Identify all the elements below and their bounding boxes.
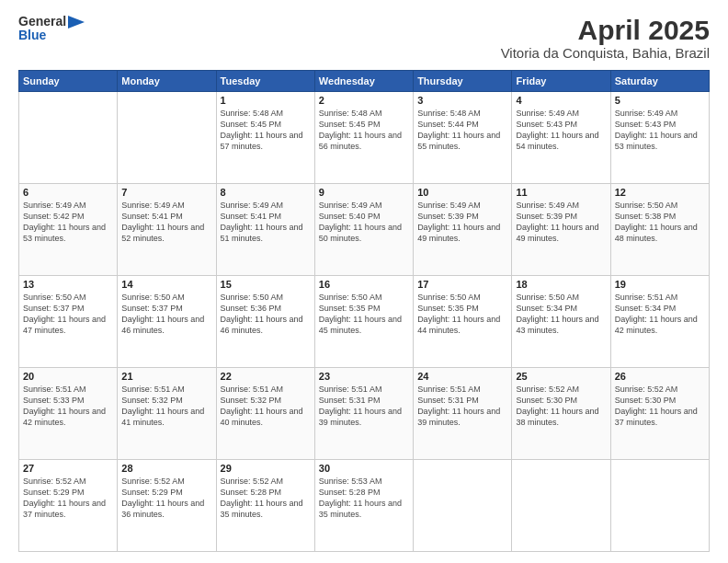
- cell-info: Sunrise: 5:52 AM Sunset: 5:30 PM Dayligh…: [615, 384, 705, 429]
- day-number: 22: [221, 371, 311, 382]
- location-subtitle: Vitoria da Conquista, Bahia, Brazil: [501, 45, 710, 61]
- calendar-cell: 15Sunrise: 5:50 AM Sunset: 5:36 PM Dayli…: [216, 276, 314, 368]
- cell-info: Sunrise: 5:50 AM Sunset: 5:35 PM Dayligh…: [319, 292, 409, 337]
- title-block: April 2025 Vitoria da Conquista, Bahia, …: [501, 15, 710, 61]
- day-number: 12: [615, 187, 705, 198]
- calendar-header-cell: Friday: [512, 71, 610, 92]
- day-number: 11: [516, 187, 606, 198]
- calendar-cell: 10Sunrise: 5:49 AM Sunset: 5:39 PM Dayli…: [414, 184, 512, 276]
- calendar-cell: [19, 92, 118, 184]
- cell-info: Sunrise: 5:51 AM Sunset: 5:34 PM Dayligh…: [615, 292, 705, 337]
- calendar-cell: 29Sunrise: 5:52 AM Sunset: 5:28 PM Dayli…: [216, 460, 314, 552]
- cell-info: Sunrise: 5:49 AM Sunset: 5:43 PM Dayligh…: [615, 108, 705, 153]
- cell-info: Sunrise: 5:52 AM Sunset: 5:30 PM Dayligh…: [516, 384, 606, 429]
- cell-info: Sunrise: 5:50 AM Sunset: 5:36 PM Dayligh…: [221, 292, 311, 337]
- day-number: 5: [615, 95, 705, 106]
- calendar-cell: 8Sunrise: 5:49 AM Sunset: 5:41 PM Daylig…: [216, 184, 314, 276]
- header: General Blue April 2025 Vitoria da Conqu…: [18, 15, 710, 61]
- day-number: 14: [121, 279, 211, 290]
- calendar-cell: 5Sunrise: 5:49 AM Sunset: 5:43 PM Daylig…: [610, 92, 709, 184]
- calendar-cell: 28Sunrise: 5:52 AM Sunset: 5:29 PM Dayli…: [118, 460, 216, 552]
- day-number: 6: [23, 187, 113, 198]
- day-number: 26: [615, 371, 705, 382]
- calendar-table: SundayMondayTuesdayWednesdayThursdayFrid…: [18, 70, 710, 552]
- calendar-cell: 23Sunrise: 5:51 AM Sunset: 5:31 PM Dayli…: [314, 368, 413, 460]
- calendar-cell: 3Sunrise: 5:48 AM Sunset: 5:44 PM Daylig…: [414, 92, 512, 184]
- day-number: 4: [516, 95, 606, 106]
- calendar-cell: 11Sunrise: 5:49 AM Sunset: 5:39 PM Dayli…: [512, 184, 610, 276]
- cell-info: Sunrise: 5:50 AM Sunset: 5:37 PM Dayligh…: [121, 292, 211, 337]
- calendar-cell: 18Sunrise: 5:50 AM Sunset: 5:34 PM Dayli…: [512, 276, 610, 368]
- day-number: 2: [319, 95, 409, 106]
- calendar-header-cell: Thursday: [414, 71, 512, 92]
- cell-info: Sunrise: 5:49 AM Sunset: 5:42 PM Dayligh…: [23, 200, 113, 245]
- calendar-cell: 1Sunrise: 5:48 AM Sunset: 5:45 PM Daylig…: [216, 92, 314, 184]
- calendar-cell: 13Sunrise: 5:50 AM Sunset: 5:37 PM Dayli…: [19, 276, 118, 368]
- day-number: 16: [319, 279, 409, 290]
- cell-info: Sunrise: 5:48 AM Sunset: 5:45 PM Dayligh…: [319, 108, 409, 153]
- calendar-body: 1Sunrise: 5:48 AM Sunset: 5:45 PM Daylig…: [19, 92, 710, 552]
- calendar-cell: 27Sunrise: 5:52 AM Sunset: 5:29 PM Dayli…: [19, 460, 118, 552]
- day-number: 13: [23, 279, 113, 290]
- day-number: 18: [516, 279, 606, 290]
- calendar-cell: 6Sunrise: 5:49 AM Sunset: 5:42 PM Daylig…: [19, 184, 118, 276]
- cell-info: Sunrise: 5:51 AM Sunset: 5:32 PM Dayligh…: [121, 384, 211, 429]
- day-number: 8: [221, 187, 311, 198]
- cell-info: Sunrise: 5:51 AM Sunset: 5:33 PM Dayligh…: [23, 384, 113, 429]
- logo-blue: Blue: [18, 29, 46, 42]
- cell-info: Sunrise: 5:49 AM Sunset: 5:41 PM Dayligh…: [121, 200, 211, 245]
- cell-info: Sunrise: 5:52 AM Sunset: 5:29 PM Dayligh…: [121, 476, 211, 521]
- cell-info: Sunrise: 5:48 AM Sunset: 5:44 PM Dayligh…: [417, 108, 507, 153]
- calendar-cell: 14Sunrise: 5:50 AM Sunset: 5:37 PM Dayli…: [118, 276, 216, 368]
- calendar-cell: 22Sunrise: 5:51 AM Sunset: 5:32 PM Dayli…: [216, 368, 314, 460]
- page: General Blue April 2025 Vitoria da Conqu…: [0, 0, 728, 563]
- calendar-header-cell: Saturday: [610, 71, 709, 92]
- svg-marker-0: [68, 16, 85, 29]
- calendar-cell: [118, 92, 216, 184]
- day-number: 7: [121, 187, 211, 198]
- logo: General Blue: [18, 15, 85, 43]
- calendar-cell: 25Sunrise: 5:52 AM Sunset: 5:30 PM Dayli…: [512, 368, 610, 460]
- calendar-cell: [610, 460, 709, 552]
- cell-info: Sunrise: 5:52 AM Sunset: 5:28 PM Dayligh…: [221, 476, 311, 521]
- cell-info: Sunrise: 5:52 AM Sunset: 5:29 PM Dayligh…: [23, 476, 113, 521]
- calendar-week-row: 1Sunrise: 5:48 AM Sunset: 5:45 PM Daylig…: [19, 92, 710, 184]
- calendar-week-row: 20Sunrise: 5:51 AM Sunset: 5:33 PM Dayli…: [19, 368, 710, 460]
- day-number: 10: [417, 187, 507, 198]
- cell-info: Sunrise: 5:49 AM Sunset: 5:43 PM Dayligh…: [516, 108, 606, 153]
- cell-info: Sunrise: 5:51 AM Sunset: 5:32 PM Dayligh…: [221, 384, 311, 429]
- cell-info: Sunrise: 5:50 AM Sunset: 5:38 PM Dayligh…: [615, 200, 705, 245]
- cell-info: Sunrise: 5:49 AM Sunset: 5:39 PM Dayligh…: [516, 200, 606, 245]
- calendar-week-row: 27Sunrise: 5:52 AM Sunset: 5:29 PM Dayli…: [19, 460, 710, 552]
- cell-info: Sunrise: 5:51 AM Sunset: 5:31 PM Dayligh…: [319, 384, 409, 429]
- cell-info: Sunrise: 5:49 AM Sunset: 5:40 PM Dayligh…: [319, 200, 409, 245]
- calendar-cell: 26Sunrise: 5:52 AM Sunset: 5:30 PM Dayli…: [610, 368, 709, 460]
- day-number: 1: [221, 95, 311, 106]
- calendar-week-row: 6Sunrise: 5:49 AM Sunset: 5:42 PM Daylig…: [19, 184, 710, 276]
- calendar-cell: 17Sunrise: 5:50 AM Sunset: 5:35 PM Dayli…: [414, 276, 512, 368]
- logo-arrow-icon: [68, 16, 85, 29]
- cell-info: Sunrise: 5:49 AM Sunset: 5:41 PM Dayligh…: [221, 200, 311, 245]
- day-number: 29: [221, 463, 311, 474]
- logo-general: General: [18, 15, 66, 29]
- cell-info: Sunrise: 5:50 AM Sunset: 5:34 PM Dayligh…: [516, 292, 606, 337]
- calendar-header-cell: Monday: [118, 71, 216, 92]
- calendar-cell: 21Sunrise: 5:51 AM Sunset: 5:32 PM Dayli…: [118, 368, 216, 460]
- calendar-cell: 30Sunrise: 5:53 AM Sunset: 5:28 PM Dayli…: [314, 460, 413, 552]
- day-number: 3: [417, 95, 507, 106]
- cell-info: Sunrise: 5:50 AM Sunset: 5:37 PM Dayligh…: [23, 292, 113, 337]
- cell-info: Sunrise: 5:50 AM Sunset: 5:35 PM Dayligh…: [417, 292, 507, 337]
- day-number: 15: [221, 279, 311, 290]
- calendar-header-cell: Tuesday: [216, 71, 314, 92]
- day-number: 20: [23, 371, 113, 382]
- calendar-cell: 7Sunrise: 5:49 AM Sunset: 5:41 PM Daylig…: [118, 184, 216, 276]
- calendar-cell: 16Sunrise: 5:50 AM Sunset: 5:35 PM Dayli…: [314, 276, 413, 368]
- cell-info: Sunrise: 5:48 AM Sunset: 5:45 PM Dayligh…: [221, 108, 311, 153]
- cell-info: Sunrise: 5:53 AM Sunset: 5:28 PM Dayligh…: [319, 476, 409, 521]
- calendar-cell: 19Sunrise: 5:51 AM Sunset: 5:34 PM Dayli…: [610, 276, 709, 368]
- calendar-cell: 12Sunrise: 5:50 AM Sunset: 5:38 PM Dayli…: [610, 184, 709, 276]
- cell-info: Sunrise: 5:49 AM Sunset: 5:39 PM Dayligh…: [417, 200, 507, 245]
- day-number: 25: [516, 371, 606, 382]
- day-number: 24: [417, 371, 507, 382]
- calendar-cell: 2Sunrise: 5:48 AM Sunset: 5:45 PM Daylig…: [314, 92, 413, 184]
